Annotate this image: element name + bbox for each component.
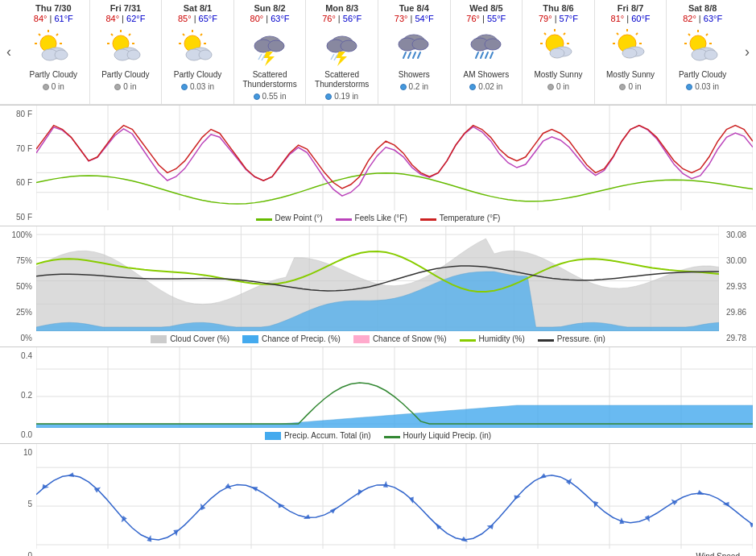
- temp-low: 55°F: [487, 14, 506, 23]
- svg-line-71: [636, 33, 638, 35]
- legend-swatch: [256, 218, 272, 221]
- day-name: Mon 8/3: [308, 3, 376, 13]
- day-col-thu-8-6: Thu 8/6 79° | 57°F Mostly Sunny 0 in: [522, 0, 594, 104]
- precip-dot: [114, 84, 121, 90]
- day-condition: Scattered Thunderstorms: [308, 70, 376, 89]
- legend-label: Hourly Liquid Precip. (in): [403, 431, 492, 440]
- temp-high: 82°: [683, 14, 696, 23]
- cloud-chart-wrapper: 100%75%50%25%0% 30.0830.0029.9329.8629.7…: [0, 226, 756, 346]
- day-precip: 0 in: [19, 82, 88, 91]
- weather-icon: [393, 26, 435, 68]
- precip-dot: [469, 84, 476, 90]
- legend-swatch: [384, 436, 400, 438]
- legend-label: Humidity (%): [479, 334, 525, 343]
- temp-high: 79°: [539, 14, 552, 23]
- svg-line-26: [200, 34, 202, 35]
- legend-label: Cloud Cover (%): [170, 334, 229, 343]
- day-temps: 73° | 54°F: [380, 14, 448, 23]
- svg-line-80: [706, 34, 708, 35]
- legend-swatch: [151, 335, 167, 343]
- temp-high: 85°: [178, 14, 192, 23]
- y-label: 0.2: [2, 391, 35, 400]
- weather-icon: [609, 26, 651, 68]
- weather-icon: [32, 26, 74, 68]
- legend-swatch: [460, 339, 476, 342]
- y-label-right: 29.93: [724, 282, 754, 291]
- svg-point-51: [485, 39, 501, 50]
- day-name: Thu 7/30: [19, 3, 88, 13]
- wind-chart: [36, 444, 753, 549]
- svg-line-40: [331, 54, 334, 60]
- precip-dot: [43, 84, 49, 90]
- day-temps: 76° | 56°F: [308, 14, 376, 23]
- svg-line-53: [481, 52, 483, 58]
- svg-point-44: [412, 39, 428, 50]
- legend-item: Hourly Liquid Precip. (in): [384, 431, 492, 440]
- svg-marker-157: [330, 506, 338, 514]
- precip-chart-wrapper: 0.40.20.0 Precip. Accum. Total (in)Hourl…: [0, 346, 756, 443]
- svg-line-79: [688, 34, 690, 35]
- temp-high: 81°: [611, 14, 625, 23]
- temp-high: 73°: [395, 14, 408, 23]
- svg-point-64: [550, 48, 564, 58]
- y-label-right: 29.86: [724, 308, 754, 317]
- day-name: Tue 8/4: [380, 3, 448, 13]
- svg-marker-162: [461, 537, 469, 544]
- day-col-tue-8-4: Tue 8/4 73° | 54°F Showers 0.2 in: [378, 0, 450, 104]
- prev-arrow[interactable]: ‹: [0, 0, 18, 104]
- day-name: Fri 8/7: [597, 3, 665, 13]
- svg-marker-156: [303, 514, 311, 521]
- day-temps: 81° | 60°F: [597, 14, 665, 23]
- y-label: 0: [2, 551, 35, 556]
- day-precip: 0.02 in: [452, 82, 521, 91]
- legend-label: Wind Speed: [696, 552, 740, 556]
- legend-item: Precip. Accum. Total (in): [265, 431, 371, 440]
- legend-item: Chance of Precip. (%): [242, 334, 341, 343]
- day-name: Wed 8/5: [452, 3, 521, 13]
- y-label-right: 29.78: [724, 334, 754, 342]
- weather-icon: [249, 26, 291, 68]
- precip-value: 0.02 in: [478, 82, 502, 91]
- y-label: 100%: [2, 230, 35, 239]
- y-label: 50 F: [2, 213, 35, 222]
- y-label: 50%: [2, 282, 35, 291]
- day-col-wed-8-5: Wed 8/5 76° | 55°F AM Showers 0.02 in: [450, 0, 523, 104]
- day-col-mon-8-3: Mon 8/3 76° | 56°F Scattered Thunderstor…: [305, 0, 378, 104]
- legend-item: Cloud Cover (%): [151, 334, 229, 343]
- svg-line-45: [403, 52, 406, 58]
- svg-marker-160: [409, 497, 415, 504]
- legend-item: Pressure. (in): [538, 334, 605, 343]
- legend-label: Chance of Precip. (%): [262, 334, 341, 343]
- day-temps: 84° | 61°F: [19, 14, 88, 23]
- legend-swatch: [336, 218, 352, 221]
- day-temps: 79° | 57°F: [524, 14, 593, 23]
- precip-dot: [686, 84, 692, 90]
- day-precip: 0.03 in: [668, 82, 737, 91]
- svg-marker-33: [263, 52, 275, 66]
- day-precip: 0.2 in: [380, 82, 448, 91]
- next-arrow[interactable]: ›: [738, 0, 756, 104]
- precip-value: 0.19 in: [334, 92, 358, 101]
- legend-label: Chance of Snow (%): [373, 334, 447, 343]
- svg-line-34: [258, 54, 262, 60]
- y-label-right: 30.00: [724, 256, 754, 265]
- cloud-chart-legend: Cloud Cover (%)Chance of Precip. (%)Chan…: [0, 331, 756, 346]
- precip-dot: [619, 84, 626, 90]
- legend-label: Feels Like (°F): [355, 214, 407, 222]
- svg-marker-149: [119, 516, 127, 524]
- legend-swatch: [420, 218, 436, 221]
- svg-line-48: [418, 52, 420, 58]
- y-label: 25%: [2, 308, 35, 317]
- svg-line-5: [39, 34, 40, 35]
- day-col-sun-8-2: Sun 8/2 80° | 63°F Scattered Thunderstor…: [233, 0, 306, 104]
- temp-low: 57°F: [560, 14, 578, 23]
- svg-line-62: [564, 33, 565, 35]
- temp-high: 84°: [105, 14, 119, 23]
- svg-point-73: [622, 48, 637, 58]
- legend-swatch: [538, 339, 554, 342]
- svg-marker-164: [514, 494, 521, 500]
- y-label: 75%: [2, 256, 35, 265]
- day-condition: Partly Cloudy: [92, 70, 160, 80]
- svg-marker-158: [356, 489, 363, 497]
- day-temps: 85° | 65°F: [163, 14, 232, 23]
